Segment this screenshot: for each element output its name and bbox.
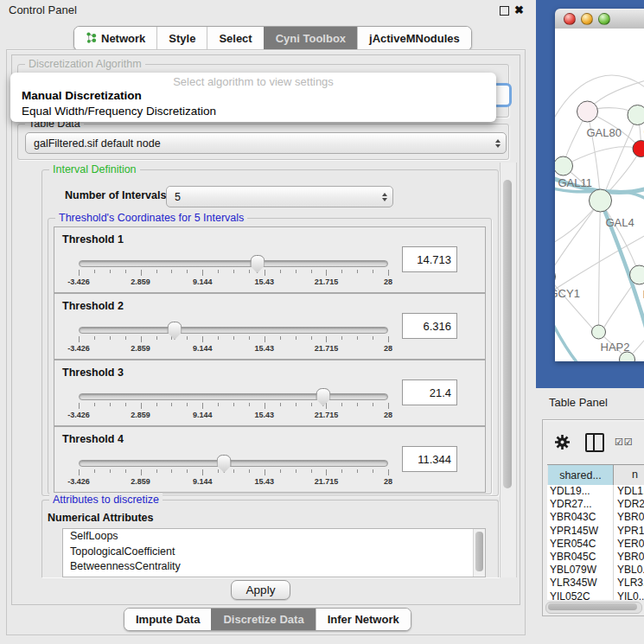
control-panel-titlebar[interactable]: Control Panel ✖: [0, 0, 530, 21]
number-of-intervals-combobox[interactable]: 5: [166, 186, 393, 207]
node-gal4[interactable]: [590, 189, 612, 212]
main-scrollbar-thumb[interactable]: [503, 180, 512, 488]
attribute-item[interactable]: SelfLoops: [63, 529, 485, 545]
node-top-right[interactable]: [628, 105, 644, 125]
table-row[interactable]: YDR27...YDR2...: [547, 498, 644, 511]
node-gcy1[interactable]: [555, 269, 556, 284]
tab-style[interactable]: Style: [156, 27, 207, 50]
slider-tick: [388, 469, 389, 475]
numerical-attributes-list[interactable]: SelfLoopsTopologicalCoefficientBetweenne…: [62, 528, 486, 577]
algorithm-group-title: Discretization Algorithm: [25, 58, 145, 70]
threshold-1-value[interactable]: 14.713: [402, 246, 457, 272]
slider-tick: [249, 469, 250, 473]
slider-tick: [79, 469, 80, 475]
table-row[interactable]: YIL052CYIL0...: [547, 590, 644, 601]
table-panel-titlebar: Table Panel: [530, 388, 644, 418]
threshold-4-label: Threshold 4: [62, 433, 124, 445]
slider-track[interactable]: [79, 393, 388, 400]
tab-discretize-data[interactable]: Discretize Data: [211, 609, 315, 630]
cell-name: YPR1...: [617, 525, 644, 538]
tab-label: Select: [219, 32, 252, 45]
zoom-traffic-light-icon[interactable]: [598, 13, 610, 25]
slider-tick: [326, 270, 327, 276]
slider-tick-labels: -3.4262.8599.14415.4321.71528: [79, 344, 388, 354]
slider-tick: [171, 403, 172, 406]
table-row[interactable]: YLR345WYLR3...: [547, 577, 644, 590]
tab-impute-data[interactable]: Impute Data: [124, 609, 211, 630]
slider-tick: [233, 469, 234, 473]
threshold-3-value[interactable]: 21.4: [402, 379, 457, 405]
slider-tick-label: -3.426: [67, 277, 90, 286]
tab-cyni-toolbox[interactable]: Cyni Toolbox: [264, 27, 357, 50]
table-row[interactable]: YER054CYER0...: [547, 538, 644, 551]
attribute-item[interactable]: BetweennessCentrality: [63, 559, 485, 575]
node-red-selected[interactable]: [633, 141, 644, 157]
slider-tick: [141, 469, 142, 475]
slider-tick: [218, 270, 219, 273]
slider-tick: [202, 270, 203, 276]
table-hscrollbar-thumb[interactable]: [548, 603, 637, 610]
slider-tick-label: 2.859: [131, 277, 150, 286]
network-view-window[interactable]: GAL80 G GAL11 C GAL4 GCY1 H HAP2: [555, 9, 644, 361]
attribute-item[interactable]: TopologicalCoefficient: [63, 545, 485, 560]
table-row[interactable]: YBL079WYBL0...: [547, 564, 644, 577]
slider-tick-labels: -3.4262.8599.14415.4321.71528: [79, 277, 388, 288]
slider-tick-label: 9.144: [193, 277, 213, 286]
threshold-4-slider[interactable]: -3.4262.8599.14415.4321.71528: [79, 458, 388, 489]
tab-network[interactable]: Network: [74, 27, 156, 50]
slider-tick: [296, 270, 296, 273]
column-header-name[interactable]: n: [632, 465, 638, 485]
attributes-scrollbar-thumb[interactable]: [475, 532, 483, 571]
slider-tick-label: 15.43: [255, 344, 275, 353]
node-h[interactable]: [630, 265, 644, 284]
slider-tick: [265, 469, 265, 475]
slider-track[interactable]: [79, 460, 388, 467]
slider-tick: [265, 403, 265, 409]
threshold-4-value[interactable]: 11.344: [402, 446, 457, 472]
node-hap2[interactable]: [592, 325, 606, 339]
tab-jactivemnodules[interactable]: jActiveMNodules: [357, 27, 471, 50]
main-scrollbar[interactable]: [500, 163, 517, 577]
columns-icon[interactable]: [585, 433, 604, 452]
slider-track[interactable]: [79, 327, 388, 334]
table-row[interactable]: YBR045CYBR0...: [547, 551, 644, 564]
threshold-2-value[interactable]: 6.316: [402, 313, 457, 339]
slider-tick-label: 28: [384, 477, 392, 486]
close-icon[interactable]: ✖: [514, 3, 524, 17]
select-columns-icon[interactable]: ☑☑: [615, 437, 634, 448]
table-row[interactable]: YDL19...YDL1...: [547, 485, 644, 498]
threshold-3-slider[interactable]: -3.4262.8599.14415.4321.71528: [79, 392, 388, 423]
node-gal11[interactable]: [555, 156, 573, 175]
slider-tick: [296, 469, 296, 473]
cyni-mode-tabs: Impute Data Discretize Data Infer Networ…: [124, 608, 411, 631]
slider-track[interactable]: [79, 260, 388, 267]
dropdown-option-equal-width[interactable]: Equal Width/Frequency Discretization: [22, 105, 216, 118]
tab-select[interactable]: Select: [207, 27, 263, 50]
slider-tick: [233, 270, 234, 273]
slider-tick-label: 2.859: [131, 411, 150, 419]
slider-tick: [280, 270, 281, 273]
slider-tick: [125, 403, 126, 406]
table-data-combobox[interactable]: galFiltered.sif default node: [25, 132, 507, 154]
attributes-scrollbar[interactable]: [473, 529, 485, 577]
apply-button[interactable]: Apply: [231, 580, 290, 600]
table-row[interactable]: YBR043CYBR0...: [547, 511, 644, 524]
network-window-titlebar[interactable]: [555, 9, 644, 29]
dropdown-option-manual[interactable]: Manual Discretization: [22, 89, 142, 102]
threshold-2-slider[interactable]: -3.4262.8599.14415.4321.71528: [79, 325, 388, 356]
node-gal80[interactable]: [577, 101, 598, 122]
cell-name: YIL0...: [617, 590, 644, 601]
column-header-shared-name[interactable]: shared...: [548, 465, 614, 485]
cell-shared-name: YBL079W: [550, 564, 596, 577]
threshold-1-slider[interactable]: -3.4262.8599.14415.4321.71528: [79, 258, 388, 290]
slider-tick-label: 21.715: [315, 411, 339, 419]
table-hscrollbar[interactable]: [545, 602, 642, 614]
gear-icon[interactable]: [554, 434, 571, 454]
close-traffic-light-icon[interactable]: [564, 13, 576, 25]
minimize-traffic-light-icon[interactable]: [581, 13, 593, 25]
network-canvas[interactable]: GAL80 G GAL11 C GAL4 GCY1 H HAP2: [555, 29, 644, 361]
table-row[interactable]: YPR145WYPR1...: [547, 525, 644, 538]
tab-infer-network[interactable]: Infer Network: [316, 609, 411, 630]
float-window-icon[interactable]: [500, 6, 509, 16]
network-icon: [86, 31, 97, 47]
